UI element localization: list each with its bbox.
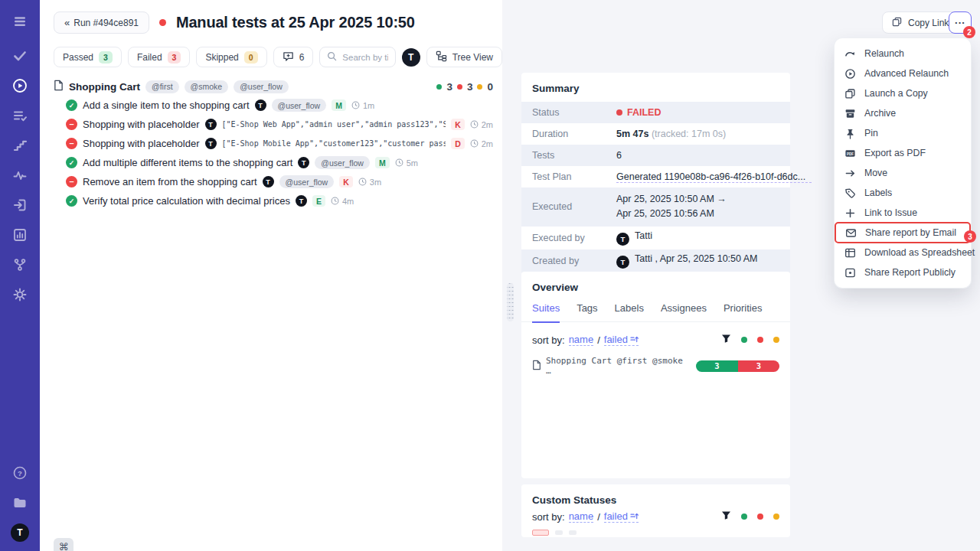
suite-header-row[interactable]: Shopping Cart @first @smoke @user_flow 3… bbox=[54, 77, 493, 96]
menu-item-archive[interactable]: Archive bbox=[835, 103, 971, 123]
toggle-skipped-dot[interactable] bbox=[773, 337, 779, 343]
summary-row-duration: Duration 5m 47s (tracked: 17m 0s) bbox=[521, 123, 790, 145]
menu-item-share-report-publicly[interactable]: Share Report Publicly bbox=[835, 262, 971, 282]
menu-item-move[interactable]: Move bbox=[835, 163, 971, 183]
toggle-skipped-dot[interactable] bbox=[773, 514, 779, 520]
share-email-icon bbox=[845, 227, 857, 239]
assignee-badge[interactable]: M bbox=[332, 99, 346, 111]
menu-item-download-as-spreadsheet[interactable]: Download as Spreadsheet bbox=[835, 243, 971, 262]
suite-tag[interactable]: @first bbox=[145, 80, 179, 93]
download-spreadsheet-icon bbox=[844, 247, 856, 259]
suite-file-icon bbox=[54, 80, 64, 94]
milestones-steps-icon[interactable] bbox=[11, 136, 29, 155]
test-duration: 3m bbox=[358, 178, 381, 187]
branches-icon[interactable] bbox=[11, 256, 29, 274]
test-row[interactable]: Add multiple different items to the shop… bbox=[54, 153, 493, 172]
tree-view-button[interactable]: Tree View bbox=[426, 47, 502, 67]
menu-item-launch-copy[interactable]: Launch a Copy bbox=[835, 83, 971, 103]
copy-link-button[interactable]: Copy Link bbox=[882, 11, 959, 34]
toggle-passed-dot[interactable] bbox=[741, 337, 747, 343]
test-title: Remove an item from the shopping cart bbox=[83, 176, 257, 187]
settings-gear-icon[interactable] bbox=[11, 285, 29, 304]
tab-labels[interactable]: Labels bbox=[615, 302, 644, 321]
back-to-run-button[interactable]: « Run #494ce891 bbox=[54, 11, 149, 34]
pulse-icon[interactable] bbox=[11, 166, 29, 184]
failed-status-icon bbox=[66, 176, 77, 187]
analytics-icon[interactable] bbox=[11, 226, 29, 244]
svg-text:?: ? bbox=[18, 469, 22, 478]
passed-status-icon bbox=[66, 99, 77, 111]
reporter-logo-avatar[interactable]: T bbox=[402, 48, 420, 67]
test-row[interactable]: Verify total price calculation with deci… bbox=[54, 191, 493, 210]
search-box bbox=[319, 47, 395, 67]
overview-card: Overview Suites Tags Labels Assignees Pr… bbox=[521, 272, 790, 478]
executed-to: Apr 25, 2025 10:56 AM bbox=[616, 208, 714, 219]
panel-resize-handle[interactable] bbox=[507, 283, 514, 321]
menu-item-link-to-issue[interactable]: Link to Issue bbox=[835, 203, 971, 223]
tree-view-label: Tree View bbox=[452, 52, 493, 63]
assignee-badge[interactable]: D bbox=[451, 138, 465, 149]
menu-item-relaunch[interactable]: Relaunch bbox=[835, 44, 971, 64]
tab-suites[interactable]: Suites bbox=[532, 302, 560, 321]
suite-tag[interactable]: @user_flow bbox=[234, 80, 289, 93]
overview-suite-row[interactable]: Shopping Cart @first @smoke … 3 3 bbox=[521, 346, 790, 376]
failed-count-badge: 3 bbox=[168, 51, 181, 64]
user-avatar[interactable]: T bbox=[11, 523, 29, 542]
tab-assignees[interactable]: Assignees bbox=[661, 302, 707, 321]
toggle-failed-dot[interactable] bbox=[757, 514, 763, 520]
menu-item-advanced-relaunch[interactable]: Advanced Relaunch bbox=[835, 64, 971, 83]
bar-failed-segment[interactable]: 3 bbox=[738, 360, 779, 372]
file-icon bbox=[532, 360, 541, 373]
test-tag[interactable]: @user_flow bbox=[315, 156, 370, 169]
test-example-data: ["E-Shop Web App","admin_user","admin_pa… bbox=[222, 120, 446, 129]
test-row[interactable]: Shopping with placeholder T ["E-Shop Web… bbox=[54, 115, 493, 134]
assignee-badge[interactable]: M bbox=[375, 157, 390, 168]
assignee-badge[interactable]: K bbox=[339, 176, 353, 187]
test-duration: 4m bbox=[331, 197, 354, 206]
bar-passed-segment[interactable]: 3 bbox=[696, 360, 737, 372]
sort-by-name-link[interactable]: name bbox=[569, 334, 594, 346]
menu-item-share-report-by-email[interactable]: Share report by Email bbox=[835, 223, 970, 243]
menu-item-export-pdf[interactable]: PDF Export as PDF bbox=[835, 143, 971, 163]
menu-item-labels[interactable]: Labels bbox=[835, 183, 971, 203]
projects-folder-icon[interactable] bbox=[11, 494, 29, 512]
filter-skipped[interactable]: Skipped 0 bbox=[196, 47, 266, 67]
help-icon[interactable]: ? bbox=[11, 464, 29, 482]
search-input[interactable] bbox=[342, 53, 387, 62]
sort-by-failed-link[interactable]: failed bbox=[604, 510, 639, 523]
overview-title: Overview bbox=[521, 272, 790, 301]
test-title: Add a single item to the shopping cart bbox=[83, 99, 250, 111]
test-tag[interactable]: @user_flow bbox=[272, 99, 327, 112]
test-plans-icon[interactable] bbox=[11, 106, 29, 125]
suite-name: Shopping Cart bbox=[69, 81, 140, 93]
suite-tag[interactable]: @smoke bbox=[185, 80, 229, 93]
test-tag[interactable]: @user_flow bbox=[279, 175, 335, 188]
pin-icon bbox=[844, 128, 856, 139]
sort-separator: / bbox=[597, 511, 600, 523]
toggle-failed-dot[interactable] bbox=[757, 337, 763, 343]
copy-link-label: Copy Link bbox=[908, 18, 949, 28]
filter-bar: Passed 3 Failed 3 Skipped 0 6 T Tree Vie… bbox=[54, 47, 502, 67]
menu-icon[interactable] bbox=[11, 12, 29, 31]
test-row[interactable]: Add a single item to the shopping cart T… bbox=[54, 96, 493, 115]
sort-by-name-link[interactable]: name bbox=[569, 510, 594, 523]
filter-funnel-icon[interactable] bbox=[721, 510, 731, 523]
filter-failed[interactable]: Failed 3 bbox=[128, 47, 191, 67]
filter-passed[interactable]: Passed 3 bbox=[54, 47, 122, 67]
tab-priorities[interactable]: Priorities bbox=[724, 302, 763, 321]
toggle-passed-dot[interactable] bbox=[741, 514, 747, 520]
tests-check-icon[interactable] bbox=[11, 47, 29, 65]
assignee-badge[interactable]: E bbox=[312, 195, 325, 207]
filter-comments[interactable]: 6 bbox=[273, 47, 314, 67]
tab-tags[interactable]: Tags bbox=[577, 302, 597, 321]
filter-funnel-icon[interactable] bbox=[721, 334, 731, 346]
import-icon[interactable] bbox=[11, 196, 29, 214]
sort-by-failed-link[interactable]: failed bbox=[604, 334, 639, 346]
assignee-badge[interactable]: K bbox=[451, 119, 465, 130]
test-row[interactable]: Shopping with placeholder T ["E-Shop Mob… bbox=[54, 134, 493, 153]
test-row[interactable]: Remove an item from the shopping cart T … bbox=[54, 172, 493, 191]
runs-play-icon[interactable] bbox=[11, 77, 29, 95]
menu-item-pin[interactable]: Pin bbox=[835, 123, 971, 143]
test-plan-link[interactable]: Generated 1190e08b-ca96-4f26-b10f-d6dc..… bbox=[616, 171, 812, 183]
passed-label: Passed bbox=[63, 52, 93, 63]
